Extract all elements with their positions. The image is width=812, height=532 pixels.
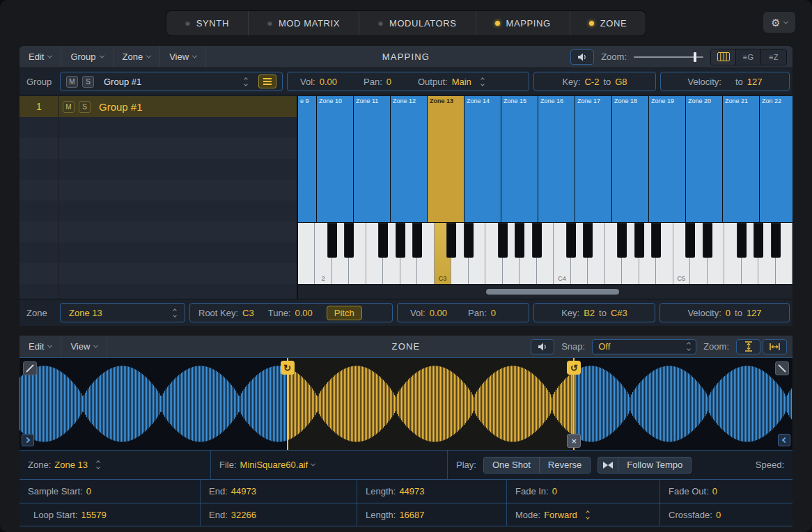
scrollbar-thumb[interactable] (486, 289, 620, 295)
piano-black-key[interactable] (446, 223, 456, 258)
follow-tempo-button[interactable]: Follow Tempo (618, 457, 692, 474)
piano-black-key[interactable] (515, 223, 524, 258)
root-key-value[interactable]: C3 (242, 308, 254, 318)
zoom-horizontal-button[interactable] (763, 339, 787, 354)
keyboard-view-button[interactable] (711, 49, 736, 65)
fade-out-handle[interactable] (775, 361, 789, 375)
zone-strip[interactable]: Zone 17 (575, 96, 611, 222)
audition-button[interactable] (531, 339, 554, 354)
zone-strip[interactable]: Zone 13 (428, 96, 464, 222)
loop-start-flag[interactable]: ↻ (281, 361, 295, 375)
piano-black-key[interactable] (583, 223, 593, 258)
snap-select[interactable]: Off (592, 339, 696, 354)
zoom-slider-handle[interactable] (694, 52, 696, 62)
group-key-high-value[interactable]: G8 (615, 77, 627, 87)
fade-out-value[interactable]: 0 (712, 486, 717, 496)
file-value[interactable]: MiniSquare60.aif (240, 460, 309, 470)
piano-black-key[interactable] (378, 223, 388, 258)
sample-length-value[interactable]: 44973 (399, 486, 424, 496)
zone-select-cell[interactable]: Zone: Zone 13 (19, 451, 211, 479)
zone-strip[interactable]: Zone 10 (317, 96, 353, 222)
zone-strip[interactable]: Zon 22 (760, 96, 793, 222)
audition-button[interactable] (570, 49, 594, 65)
zone-name[interactable]: Zone 13 (69, 308, 164, 318)
zoom-vertical-button[interactable] (736, 339, 760, 354)
zone-strip[interactable]: Zone 14 (464, 96, 501, 222)
zoom-slider[interactable] (634, 49, 703, 65)
edit-menu[interactable]: Edit (19, 46, 61, 68)
piano-white-key[interactable] (298, 223, 315, 284)
zone-key-low-value[interactable]: B2 (584, 308, 595, 318)
zone-strip[interactable]: Zone 11 (354, 96, 390, 222)
group-name[interactable]: Group #1 (104, 77, 235, 87)
loop-end-value[interactable]: 32266 (231, 510, 256, 520)
piano-black-key[interactable] (566, 223, 576, 258)
zone-strip[interactable]: e 9 (298, 96, 316, 222)
view-menu[interactable]: View (61, 336, 107, 357)
piano-black-key[interactable] (754, 223, 763, 258)
keyboard-scrollbar[interactable] (298, 284, 793, 299)
zone-strip[interactable]: Zone 16 (538, 96, 575, 222)
edit-menu[interactable]: Edit (19, 336, 61, 357)
zone-pan-value[interactable]: 0 (491, 308, 496, 318)
piano-black-key[interactable] (532, 223, 542, 258)
loop-mode-cell[interactable]: Mode:Forward (507, 503, 660, 526)
piano-black-key[interactable] (651, 223, 661, 258)
piano-black-key[interactable] (634, 223, 644, 258)
group-output-value[interactable]: Main (452, 77, 471, 87)
tab-zone[interactable]: ZONE (570, 11, 646, 36)
piano-black-key[interactable] (617, 223, 627, 258)
piano-black-key[interactable] (396, 223, 405, 258)
zone-strip[interactable]: Zone 19 (649, 96, 685, 222)
tab-synth[interactable]: SYNTH (166, 11, 249, 36)
sample-start-handle[interactable] (22, 434, 34, 446)
sample-end-value[interactable]: 44973 (231, 486, 256, 496)
piano-black-key[interactable] (344, 223, 354, 258)
group-velocity-high-value[interactable]: 127 (747, 77, 763, 87)
zone-strip[interactable]: Zone 20 (686, 96, 722, 222)
piano-black-key[interactable] (327, 223, 337, 258)
file-cell[interactable]: File: MiniSquare60.aif (211, 451, 448, 479)
group-key-low-value[interactable]: C-2 (584, 77, 599, 87)
piano-black-key[interactable] (498, 223, 508, 258)
group-pan-value[interactable]: 0 (387, 77, 391, 87)
group-list-toggle-button[interactable] (258, 75, 276, 88)
mode-value[interactable]: Forward (544, 510, 577, 520)
zone-strip[interactable]: Zone 12 (391, 96, 427, 222)
loop-clear-button[interactable]: × (567, 434, 581, 448)
zone-value[interactable]: Zone 13 (54, 460, 88, 470)
settings-menu-button[interactable]: ⚙ (763, 12, 795, 33)
piano-black-key[interactable] (737, 223, 747, 258)
group-menu[interactable]: Group (61, 46, 113, 68)
tab-modulators[interactable]: MODULATORS (359, 11, 476, 36)
fade-in-handle[interactable] (23, 361, 37, 375)
zone-list-view-button[interactable]: ≡Z (761, 49, 786, 65)
reverse-button[interactable]: Reverse (540, 457, 591, 474)
zone-strip[interactable]: Zone 15 (501, 96, 538, 222)
piano-black-key[interactable] (685, 223, 695, 258)
zone-key-high-value[interactable]: C#3 (611, 308, 627, 318)
zone-vol-value[interactable]: 0.00 (430, 308, 447, 318)
loop-length-value[interactable]: 16687 (399, 510, 424, 520)
sample-start-value[interactable]: 0 (86, 486, 91, 496)
tab-mod-matrix[interactable]: MOD MATRIX (249, 11, 359, 36)
pitch-button[interactable]: Pitch (327, 306, 362, 320)
group-selector[interactable]: M S Group #1 (60, 72, 283, 91)
group-mute-button[interactable]: M (66, 76, 78, 88)
group-row[interactable]: 1 M S Group #1 (19, 96, 297, 117)
one-shot-button[interactable]: One Shot (483, 457, 540, 474)
zone-velocity-low-value[interactable]: 0 (726, 308, 731, 318)
crossfade-value[interactable]: 0 (716, 510, 721, 520)
loop-end-flag[interactable]: ↺ (567, 361, 581, 375)
piano-black-key[interactable] (703, 223, 712, 258)
group-solo-button[interactable]: S (82, 76, 94, 88)
tab-mapping[interactable]: MAPPING (476, 11, 570, 36)
zone-strip[interactable]: Zone 18 (612, 96, 648, 222)
group-row-solo-button[interactable]: S (79, 101, 91, 113)
loop-start-value[interactable]: 15579 (81, 510, 107, 520)
group-vol-value[interactable]: 0.00 (320, 77, 337, 87)
group-row-mute-button[interactable]: M (63, 101, 75, 113)
view-menu[interactable]: View (160, 46, 206, 68)
fade-in-value[interactable]: 0 (552, 486, 557, 496)
piano-black-key[interactable] (412, 223, 422, 258)
